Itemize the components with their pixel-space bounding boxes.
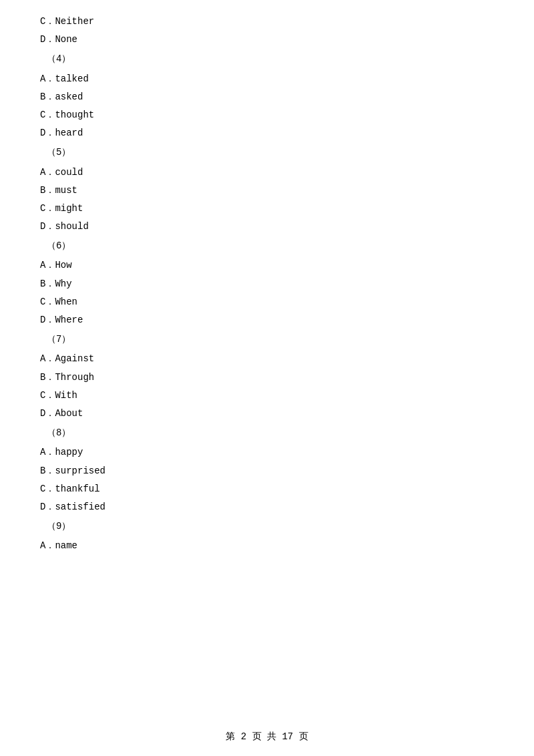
b-surprised: B．surprised bbox=[40, 463, 494, 480]
main-content: C．NeitherD．None（4）A．talkedB．askedC．thoug… bbox=[0, 0, 534, 596]
d-where: D．Where bbox=[40, 312, 494, 329]
section-9: （9） bbox=[47, 518, 494, 535]
d-about: D．About bbox=[40, 405, 494, 422]
a-how: A．How bbox=[40, 257, 494, 274]
c-when: C．When bbox=[40, 294, 494, 311]
section-8: （8） bbox=[47, 425, 494, 441]
c-with: C．With bbox=[40, 387, 494, 404]
d-should: D．should bbox=[40, 218, 494, 235]
b-through: B．Through bbox=[40, 369, 494, 386]
section-5: （5） bbox=[47, 144, 494, 161]
c-thankful: C．thankful bbox=[40, 481, 494, 498]
c-might: C．might bbox=[40, 200, 494, 217]
a-talked: A．talked bbox=[40, 71, 494, 87]
b-must: B．must bbox=[40, 182, 494, 199]
d-satisfied: D．satisfied bbox=[40, 499, 494, 516]
a-could: A．could bbox=[40, 164, 494, 181]
b-asked: B．asked bbox=[40, 89, 494, 106]
c-thought: C．thought bbox=[40, 107, 494, 124]
section-7: （7） bbox=[47, 331, 494, 348]
d-heard: D．heard bbox=[40, 125, 494, 142]
a-happy: A．happy bbox=[40, 444, 494, 461]
d-none: D．None bbox=[40, 31, 494, 48]
c-neither: C．Neither bbox=[40, 13, 494, 30]
a-name: A．name bbox=[40, 538, 494, 554]
a-against: A．Against bbox=[40, 351, 494, 367]
section-6: （6） bbox=[47, 238, 494, 254]
page-footer: 第 2 页 共 17 页 bbox=[0, 731, 534, 743]
section-4: （4） bbox=[47, 51, 494, 67]
b-why: B．Why bbox=[40, 276, 494, 293]
